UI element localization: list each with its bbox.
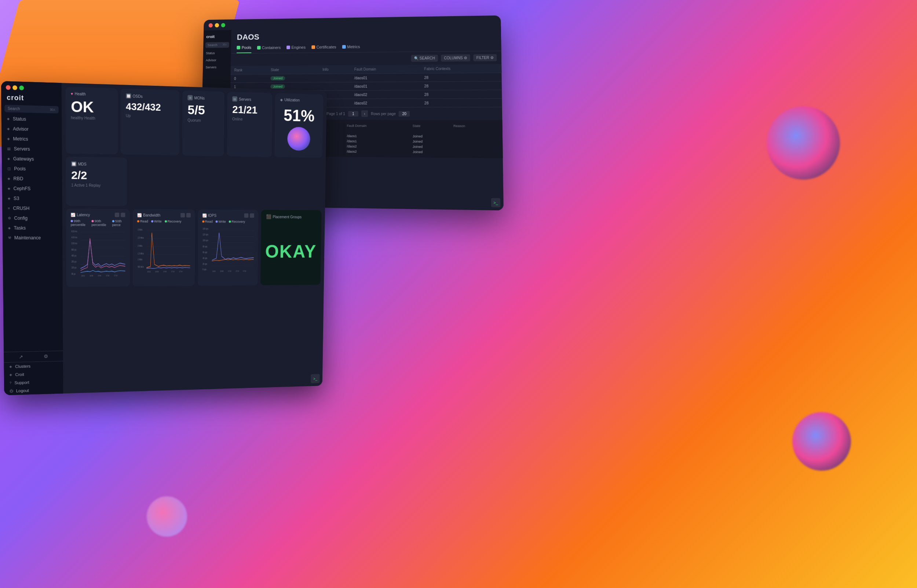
sub-cell-reason <box>450 134 496 139</box>
iops-expand-2[interactable] <box>250 213 254 218</box>
cell-rank: 0 <box>230 74 267 82</box>
filter-button[interactable]: FILTER ⚙ <box>473 54 497 61</box>
maximize-button[interactable] <box>221 23 226 27</box>
sidebar-item-servers[interactable]: ▤ Servers <box>2 144 62 155</box>
sidebar-item-config[interactable]: ⚙ Config <box>2 213 62 223</box>
footer-item-logout[interactable]: ⏻ Logout <box>4 385 63 395</box>
cephfs-icon: ◈ <box>8 187 11 190</box>
bandwidth-legend: Read Write Recovery <box>137 220 190 224</box>
mds-value: 2/2 <box>71 170 122 181</box>
sidebar-label-advisor: Advisor <box>13 126 29 132</box>
sidebar-item-pools[interactable]: ◫ Pools <box>2 163 62 174</box>
sub-cell-state: Joined <box>410 139 451 144</box>
columns-button-label: COLUMNS <box>444 56 463 60</box>
bandwidth-label: 📈 Bandwidth <box>137 213 160 217</box>
maintenance-icon: ⚒ <box>8 236 11 240</box>
iops-legend-read: Read <box>202 220 213 223</box>
mons-sub: Quorum <box>188 118 219 123</box>
state-badge: Joined <box>271 76 285 81</box>
servers-sub: Online <box>232 117 267 122</box>
sub-cell-state: Joined <box>410 144 451 150</box>
sidebar-item-rbd[interactable]: ◈ RBD <box>2 173 62 184</box>
latency-svg: 6.00 ms 4.00 ms 2.00 ms 600 μs 400 μs 20… <box>71 228 125 276</box>
bw-expand-2[interactable] <box>186 213 190 217</box>
sidebar-item-tasks[interactable]: ◈ Tasks <box>3 223 62 233</box>
daos-nav-advisor[interactable]: Advisor <box>203 57 231 63</box>
daos-search[interactable]: Search ⌘K <box>205 42 229 48</box>
osds-sub: Up <box>126 114 174 119</box>
sidebar-item-metrics[interactable]: ◈ Metrics <box>2 134 61 145</box>
tab-certificates[interactable]: Certificates <box>311 44 336 52</box>
tab-metrics[interactable]: Metrics <box>342 44 360 52</box>
main-terminal-button[interactable]: >_ <box>311 374 320 383</box>
sidebar-item-s3[interactable]: ◈ S3 <box>2 194 62 204</box>
svg-text:16:58: 16:58 <box>220 270 223 272</box>
sidebar-item-gateways[interactable]: ◈ Gateways <box>2 153 62 165</box>
sidebar-label-cephfs: CephFS <box>14 186 31 191</box>
columns-button[interactable]: COLUMNS ⚙ <box>441 54 470 61</box>
next-page-button[interactable]: › <box>361 110 368 117</box>
daos-nav-servers[interactable]: Servers <box>203 64 231 70</box>
expand-icon-1[interactable] <box>115 213 119 217</box>
bw-expand-1[interactable] <box>181 213 185 217</box>
col-info: Info <box>319 65 351 74</box>
sidebar-item-maintenance[interactable]: ⚒ Maintenance <box>3 233 62 243</box>
sidebar-item-cephfs[interactable]: ◈ CephFS <box>2 183 62 194</box>
sidebar-label-pools: Pools <box>14 166 26 171</box>
rows-per-page-label: Rows per page <box>371 111 396 115</box>
pools-icon: ◫ <box>7 167 11 171</box>
iops-expand-1[interactable] <box>244 213 248 218</box>
search-button-label: SEARCH <box>420 56 435 60</box>
close-button[interactable] <box>209 23 213 27</box>
daos-search-shortcut: ⌘K <box>222 43 227 47</box>
health-value: OK <box>71 99 112 115</box>
sub-cell-state: Joined <box>410 134 451 139</box>
svg-text:16:52: 16:52 <box>147 271 151 272</box>
sidebar-label-rbd: RBD <box>13 176 23 181</box>
minimize-button[interactable] <box>215 23 219 27</box>
bandwidth-chart-header: 📈 Bandwidth <box>137 213 190 217</box>
heart-icon: ♥ <box>71 92 73 96</box>
svg-text:6.00 ms: 6.00 ms <box>71 230 77 233</box>
table-row[interactable]: 0 Joined /daos01 28 <box>230 73 501 83</box>
sidebar-item-advisor[interactable]: ◈ Advisor <box>2 124 62 135</box>
legend-99th: 99th percentile <box>71 219 89 227</box>
daos-sidebar-logo: croit <box>204 33 231 40</box>
mons-card-label: ⊞ MONs <box>188 95 220 101</box>
main-laptop: croit Search ⌘K ◈ Status ◈ Advisor ◈ Met… <box>1 81 327 395</box>
svg-text:2 Mb/s: 2 Mb/s <box>137 244 142 247</box>
page-input[interactable] <box>348 111 358 116</box>
cell-fabric-contexts: 28 <box>421 90 502 99</box>
svg-text:17:14: 17:14 <box>179 271 182 272</box>
cell-fault-domain: /daos02 <box>350 99 420 107</box>
settings-icon[interactable]: ⚙ <box>44 354 49 359</box>
tab-pools[interactable]: Pools <box>236 45 251 53</box>
sidebar-search[interactable]: Search ⌘K <box>5 105 59 114</box>
terminal-button[interactable]: >_ <box>491 198 501 207</box>
tab-containers[interactable]: Containers <box>257 45 281 53</box>
daos-nav-status[interactable]: Status <box>203 50 231 57</box>
footer-label-clusters: Clusters <box>15 364 31 369</box>
legend-90th: 90th percentile <box>91 219 109 226</box>
dashboard-row-1: ♥ Health OK healthy Health ⬜ OSDs 432/43… <box>65 87 323 158</box>
support-icon: ? <box>10 381 11 384</box>
cell-fault-domain: /daos01 <box>351 73 421 82</box>
main-minimize-button[interactable] <box>13 86 17 90</box>
main-close-button[interactable] <box>6 85 11 90</box>
search-button[interactable]: 🔍 SEARCH <box>411 55 438 62</box>
containers-tab-icon <box>257 46 260 50</box>
rows-per-page-input[interactable] <box>399 111 410 116</box>
tab-engines[interactable]: Engines <box>286 45 306 53</box>
dashboard-row-2: ⬜ MDS 2/2 1 Active 1 Replay <box>66 157 322 207</box>
svg-line-49 <box>212 266 254 266</box>
main-maximize-button[interactable] <box>19 86 24 90</box>
expand-icon-2[interactable] <box>121 213 125 217</box>
decorative-blob-3 <box>767 106 840 179</box>
sidebar-item-crush[interactable]: ≡ CRUSH <box>2 204 62 214</box>
share-icon[interactable]: ↗ <box>19 354 23 360</box>
svg-text:2.5 Mb/s: 2.5 Mb/s <box>138 236 144 239</box>
decorative-blob-4 <box>792 412 851 471</box>
svg-text:14:52: 14:52 <box>212 270 215 272</box>
sidebar-item-status[interactable]: ◈ Status <box>2 114 62 125</box>
svg-text:0 ops: 0 ops <box>202 268 207 271</box>
